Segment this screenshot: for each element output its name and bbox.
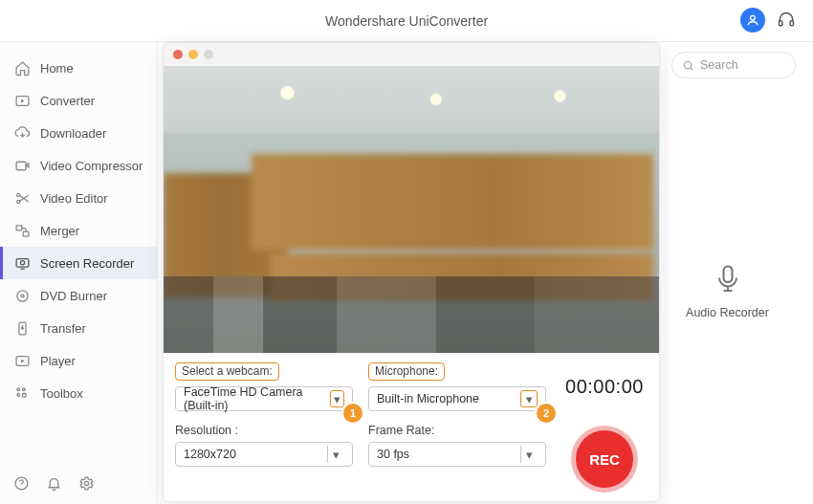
sidebar-item-merger[interactable]: Merger <box>0 214 157 247</box>
microphone-select[interactable]: Built-in Microphone ▾ <box>368 386 546 411</box>
panel-title-bar[interactable] <box>164 43 659 66</box>
svg-rect-22 <box>723 267 732 283</box>
sidebar-item-player[interactable]: Player <box>0 344 157 377</box>
svg-point-17 <box>16 393 19 396</box>
search-placeholder: Search <box>700 58 738 72</box>
sidebar-footer <box>0 464 157 504</box>
home-icon <box>13 59 31 77</box>
svg-rect-4 <box>16 162 26 170</box>
microphone-label: Microphone: <box>368 362 445 381</box>
help-icon[interactable] <box>13 475 31 493</box>
search-input[interactable]: Search <box>671 52 796 78</box>
webcam-select[interactable]: FaceTime HD Camera (Built-in) ▾ <box>175 386 353 411</box>
resolution-value: 1280x720 <box>184 448 236 461</box>
svg-point-12 <box>21 295 24 297</box>
svg-point-20 <box>84 481 88 485</box>
sidebar-item-label: Screen Recorder <box>40 256 134 271</box>
svg-rect-8 <box>23 231 29 236</box>
sidebar-item-transfer[interactable]: Transfer <box>0 312 157 344</box>
webcam-value: FaceTime HD Camera (Built-in) <box>184 385 324 412</box>
sidebar-item-label: DVD Burner <box>40 289 107 303</box>
sidebar: Home Converter Downloader Video Compress… <box>0 42 158 504</box>
resolution-label: Resolution : <box>175 424 238 437</box>
user-icon <box>746 13 759 27</box>
svg-rect-1 <box>780 21 782 26</box>
merger-icon <box>13 222 31 239</box>
sidebar-item-compressor[interactable]: Video Compressor <box>0 149 157 182</box>
scissors-icon <box>13 189 31 207</box>
converter-icon <box>13 92 31 109</box>
webcam-label: Select a webcam: <box>175 362 279 381</box>
framerate-label: Frame Rate: <box>368 424 434 437</box>
search-icon <box>682 59 694 72</box>
svg-point-21 <box>684 61 692 69</box>
svg-point-0 <box>751 15 756 20</box>
framerate-value: 30 fps <box>377 448 409 461</box>
transfer-icon <box>13 319 31 337</box>
sidebar-item-label: Home <box>40 61 74 76</box>
player-icon <box>13 352 31 369</box>
chevron-down-icon: ▾ <box>327 446 344 463</box>
sidebar-item-label: Downloader <box>40 126 106 141</box>
svg-point-15 <box>16 387 19 390</box>
svg-rect-2 <box>790 21 793 26</box>
zoom-dot[interactable] <box>204 50 213 59</box>
record-button[interactable]: REC <box>576 430 633 488</box>
record-button-label: REC <box>589 451 620 468</box>
microphone-value: Built-in Microphone <box>377 392 479 405</box>
download-icon <box>13 124 31 142</box>
sidebar-item-home[interactable]: Home <box>0 52 157 84</box>
svg-rect-9 <box>16 258 29 267</box>
webcam-recorder-panel: Select a webcam: FaceTime HD Camera (Bui… <box>163 42 660 502</box>
bell-icon[interactable] <box>46 475 63 493</box>
sidebar-item-toolbox[interactable]: Toolbox <box>0 377 157 409</box>
disc-icon <box>13 287 31 304</box>
app-title: Wondershare UniConverter <box>325 13 488 29</box>
minimize-dot[interactable] <box>188 50 198 59</box>
sidebar-item-label: Video Compressor <box>40 159 143 173</box>
callout-badge-1: 1 <box>343 404 363 423</box>
sidebar-item-downloader[interactable]: Downloader <box>0 117 157 149</box>
sidebar-item-label: Merger <box>40 224 79 238</box>
svg-point-10 <box>20 260 24 264</box>
svg-point-16 <box>22 387 25 390</box>
close-dot[interactable] <box>173 50 183 59</box>
sidebar-item-editor[interactable]: Video Editor <box>0 182 157 214</box>
title-bar: Wondershare UniConverter <box>0 0 813 42</box>
support-button[interactable] <box>775 9 798 32</box>
svg-point-11 <box>16 290 27 300</box>
chevron-down-icon: ▾ <box>520 390 538 407</box>
svg-point-5 <box>16 193 19 196</box>
svg-rect-18 <box>22 393 26 397</box>
svg-rect-7 <box>16 225 22 230</box>
sidebar-item-converter[interactable]: Converter <box>0 84 157 117</box>
webcam-preview <box>164 66 659 353</box>
sidebar-item-label: Transfer <box>40 321 86 336</box>
sidebar-item-label: Video Editor <box>40 191 108 206</box>
sidebar-item-label: Converter <box>40 94 95 108</box>
sidebar-item-label: Player <box>40 354 76 368</box>
toolbox-icon <box>13 384 31 402</box>
chevron-down-icon: ▾ <box>520 446 538 463</box>
compressor-icon <box>13 157 31 174</box>
timer-display: 00:00:00 <box>561 376 648 398</box>
sidebar-item-label: Toolbox <box>40 386 83 401</box>
callout-badge-2: 2 <box>537 404 556 423</box>
audio-recorder-card[interactable]: Audio Recorder <box>653 262 802 319</box>
sidebar-item-dvd-burner[interactable]: DVD Burner <box>0 279 157 312</box>
settings-icon[interactable] <box>78 475 96 493</box>
chevron-down-icon: ▾ <box>330 390 344 407</box>
user-avatar[interactable] <box>740 8 765 33</box>
audio-recorder-label: Audio Recorder <box>653 306 802 319</box>
svg-point-6 <box>16 200 19 203</box>
headset-icon <box>777 11 796 30</box>
resolution-select[interactable]: 1280x720 ▾ <box>175 442 353 467</box>
framerate-select[interactable]: 30 fps ▾ <box>368 442 546 467</box>
microphone-icon <box>711 262 745 296</box>
screen-recorder-icon <box>13 254 31 272</box>
sidebar-item-screen-recorder[interactable]: Screen Recorder <box>0 247 157 279</box>
